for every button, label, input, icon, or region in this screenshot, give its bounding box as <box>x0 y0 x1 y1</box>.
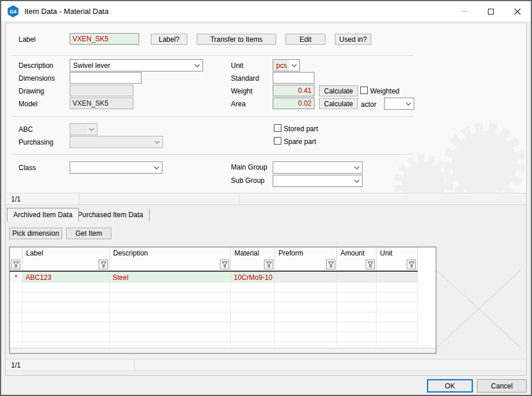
filter-funnel-icon <box>408 261 415 268</box>
row-marker: * <box>10 272 23 283</box>
factor-combo[interactable] <box>384 98 414 110</box>
area-caption: Area <box>231 100 245 108</box>
tab-label: Purchased Item Data <box>78 211 143 219</box>
ok-button[interactable]: OK <box>427 379 473 393</box>
cell-preform[interactable] <box>275 272 337 283</box>
label-input[interactable] <box>70 33 139 45</box>
chevron-down-icon <box>86 128 97 131</box>
description-value: Swivel lever <box>70 62 192 70</box>
gears-watermark-icon <box>392 77 525 193</box>
filter-button[interactable] <box>326 260 335 269</box>
unit-caption: Unit <box>231 62 243 70</box>
grid-horizontal-scrollbar[interactable] <box>10 348 436 353</box>
abc-caption: ABC <box>19 125 33 134</box>
titlebar: G4 Item Data - Material Data <box>1 1 531 22</box>
cell-label[interactable]: ABC123 <box>23 272 110 283</box>
used-in-button[interactable]: Used in? <box>335 34 371 45</box>
material-form: Label Label? Transfer to Items Edit Used… <box>6 23 526 193</box>
filter-funnel-icon <box>13 261 19 268</box>
label-question-button[interactable]: Label? <box>151 34 187 45</box>
grid-col-material[interactable]: Material <box>231 247 275 271</box>
maximize-icon <box>488 9 494 15</box>
grid-data-row[interactable]: * ABC123 Steel 10CrMo9-10 <box>10 272 418 283</box>
chevron-down-icon <box>152 141 162 144</box>
model-caption: Model <box>19 100 38 108</box>
weight-input[interactable] <box>273 85 314 96</box>
main-group-combo[interactable] <box>273 161 363 174</box>
dialog-content: Label Label? Transfer to Items Edit Used… <box>5 23 527 376</box>
cell-description[interactable]: Steel <box>110 272 231 283</box>
grid-selector-header <box>10 247 23 271</box>
get-item-button[interactable]: Get Item <box>66 228 111 239</box>
abc-combo <box>70 123 97 135</box>
record-count-top: 1/1 <box>6 193 79 204</box>
weighted-label: Weighted <box>370 87 399 95</box>
standard-caption: Standard <box>231 74 259 82</box>
dimensions-caption: Dimensions <box>19 74 55 82</box>
factor-label: actor <box>361 100 377 109</box>
description-combo[interactable]: Swivel lever <box>70 59 203 71</box>
grid-empty-row <box>10 293 418 303</box>
calculate-weight-button[interactable]: Calculate <box>319 85 358 96</box>
grid-col-unit[interactable]: Unit <box>377 247 418 271</box>
filter-button[interactable] <box>220 260 229 269</box>
close-button[interactable] <box>504 1 531 21</box>
minimize-button[interactable] <box>451 1 477 21</box>
standard-input[interactable] <box>273 72 314 84</box>
separator <box>12 154 413 154</box>
close-icon <box>514 8 521 15</box>
item-data-tabs-area: Archived Item Data Purchased Item Data P… <box>6 205 526 375</box>
grid-col-preform[interactable]: Preform <box>275 247 337 271</box>
label-caption: Label <box>19 35 35 44</box>
class-combo[interactable] <box>70 161 162 174</box>
stored-part-checkbox[interactable] <box>274 124 281 132</box>
cell-amount[interactable] <box>337 272 377 283</box>
spare-part-checkbox[interactable] <box>274 137 281 145</box>
stored-part-label: Stored part <box>284 125 318 133</box>
archived-items-grid: Label Description Material Preform <box>9 247 436 354</box>
tab-label: Archived Item Data <box>13 211 73 219</box>
filter-button[interactable] <box>407 260 416 269</box>
separator <box>12 55 413 56</box>
filter-button[interactable] <box>99 260 108 269</box>
grid-empty-row <box>10 312 418 322</box>
pick-dimension-button[interactable]: Pick dimension <box>9 228 62 239</box>
edit-button[interactable]: Edit <box>285 34 325 45</box>
record-navigator-top: 1/1 <box>6 193 526 205</box>
maximize-button[interactable] <box>477 1 504 21</box>
minimize-icon <box>461 11 468 12</box>
unit-combo[interactable]: pcs <box>273 59 300 71</box>
filter-button[interactable] <box>264 260 273 269</box>
chevron-down-icon <box>151 166 162 170</box>
purchasing-combo <box>70 136 163 148</box>
drawing-input <box>70 85 133 96</box>
area-input[interactable] <box>273 98 314 109</box>
tab-archived-item-data[interactable]: Archived Item Data <box>7 208 79 221</box>
grid-col-description[interactable]: Description <box>110 247 231 271</box>
tab-purchased-item-data[interactable]: Purchased Item Data <box>72 208 150 221</box>
g4-app-icon: G4 <box>7 5 19 17</box>
preview-placeholder <box>436 270 521 348</box>
chevron-down-icon <box>352 179 362 183</box>
weighted-checkbox[interactable] <box>360 87 368 94</box>
item-data-dialog: G4 Item Data - Material Data Label <box>0 0 532 396</box>
spare-part-label: Spare part <box>284 138 316 146</box>
calculate-area-button[interactable]: Calculate <box>319 98 358 109</box>
navigator-segment <box>79 193 240 204</box>
model-input <box>70 98 133 109</box>
filter-button[interactable] <box>11 260 20 269</box>
filter-button[interactable] <box>365 260 375 269</box>
dimensions-input[interactable] <box>70 72 142 84</box>
cell-material[interactable]: 10CrMo9-10 <box>231 272 275 283</box>
grid-col-label[interactable]: Label <box>23 247 110 271</box>
weight-caption: Weight <box>231 87 252 95</box>
grid-col-amount[interactable]: Amount <box>337 247 377 271</box>
main-group-caption: Main Group <box>231 163 267 171</box>
chevron-down-icon <box>352 166 362 170</box>
cancel-button[interactable]: Cancel <box>477 379 527 393</box>
sub-group-combo[interactable] <box>273 175 363 187</box>
chevron-down-icon <box>192 64 202 67</box>
unit-value: pcs <box>273 60 289 71</box>
cell-unit[interactable] <box>377 272 418 283</box>
transfer-to-items-button[interactable]: Transfer to Items <box>197 34 276 45</box>
